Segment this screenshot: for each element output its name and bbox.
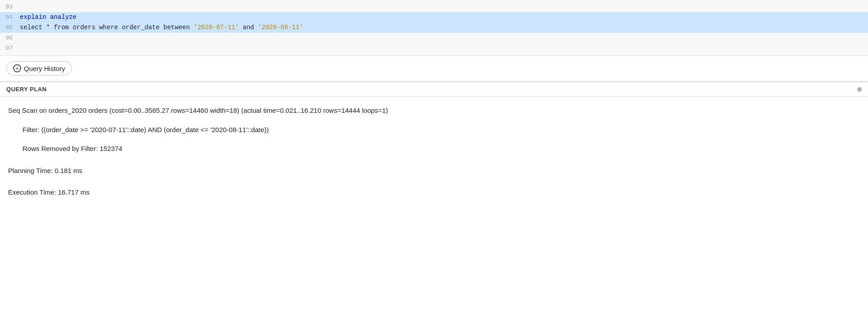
code-line: 93: [0, 2, 868, 12]
editor-section: 93 94explain analyze95select * from orde…: [0, 0, 868, 56]
line-number: 97: [4, 44, 20, 53]
query-history-bar: + Query History: [0, 56, 868, 82]
plan-row: Rows Removed by Filter: 152374: [0, 139, 868, 159]
plan-row: Seq Scan on orders_2020 orders (cost=0.0…: [0, 101, 868, 120]
line-number: 93: [4, 2, 20, 12]
plan-row: Planning Time: 0.181 ms: [0, 161, 868, 181]
circle-plus-icon: +: [13, 64, 21, 72]
code-line: 95select * from orders where order_date …: [0, 22, 868, 33]
code-line: 94explain analyze: [0, 12, 868, 22]
code-line: 97: [0, 43, 868, 53]
line-content: [20, 33, 864, 43]
line-content: select * from orders where order_date be…: [20, 22, 864, 32]
results-header: QUERY PLAN: [0, 82, 868, 97]
results-section: QUERY PLAN Seq Scan on orders_2020 order…: [0, 82, 868, 207]
scroll-indicator: [857, 87, 862, 92]
line-content: [20, 43, 864, 53]
line-number: 95: [4, 23, 20, 33]
line-number: 94: [4, 13, 20, 22]
line-content: explain analyze: [20, 12, 864, 22]
query-plan-label: QUERY PLAN: [6, 86, 47, 93]
query-history-label: Query History: [24, 65, 65, 72]
plan-row: Filter: ((order_date >= '2020-07-11'::da…: [0, 120, 868, 140]
line-content: [20, 2, 864, 12]
code-line: 96: [0, 33, 868, 43]
line-number: 96: [4, 33, 20, 43]
query-history-button[interactable]: + Query History: [6, 61, 72, 75]
plan-row: Execution Time: 16.717 ms: [0, 183, 868, 202]
query-plan-content: Seq Scan on orders_2020 orders (cost=0.0…: [0, 97, 868, 207]
code-editor[interactable]: 93 94explain analyze95select * from orde…: [0, 0, 868, 55]
